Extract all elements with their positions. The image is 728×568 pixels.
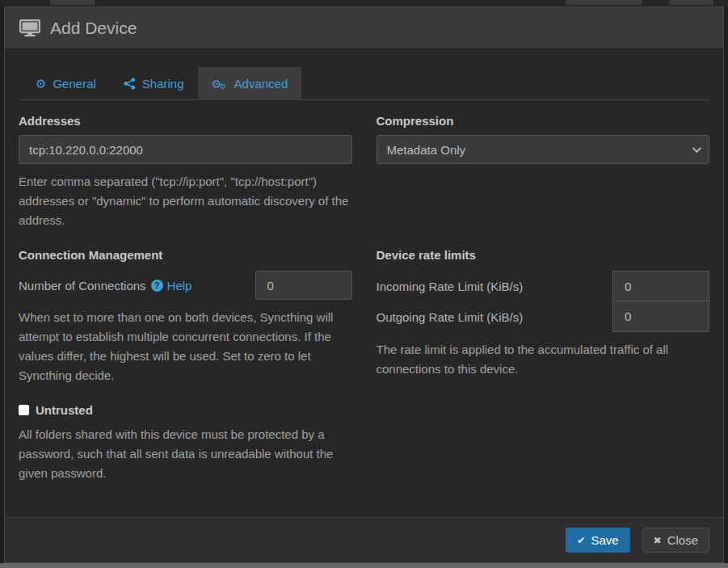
- gears-icon: ⚙ ⚙: [212, 78, 228, 90]
- chevron-down-icon: [692, 144, 701, 153]
- gear-icon: ⚙: [36, 78, 46, 90]
- background-page: [0, 0, 728, 6]
- check-icon: ✔: [577, 536, 585, 545]
- save-button-label: Save: [591, 533, 618, 547]
- num-connections-label-wrap: Number of Connections ? Help: [19, 279, 191, 292]
- num-connections-label: Number of Connections: [19, 279, 146, 292]
- x-icon: ✖: [654, 536, 662, 545]
- outgoing-rate-label: Outgoing Rate Limit (KiB/s): [377, 310, 524, 324]
- tab-advanced-label: Advanced: [234, 77, 288, 90]
- connection-management-heading: Connection Management: [19, 248, 352, 262]
- background-page-bottom: [0, 563, 728, 568]
- outgoing-rate-input[interactable]: [612, 301, 709, 332]
- background-remnant: [566, 0, 642, 5]
- rate-limits-section: Device rate limits Incoming Rate Limit (…: [377, 248, 710, 379]
- tab-sharing-label: Sharing: [142, 77, 184, 90]
- num-connections-row: Number of Connections ? Help: [19, 271, 352, 300]
- untrusted-label: Untrusted: [36, 403, 93, 417]
- compression-select[interactable]: Metadata Only: [377, 135, 710, 164]
- close-button-label: Close: [667, 533, 698, 547]
- untrusted-checkbox[interactable]: [19, 405, 29, 415]
- monitor-icon: [19, 19, 40, 37]
- close-button[interactable]: ✖ Close: [642, 528, 709, 553]
- outgoing-rate-row: Outgoing Rate Limit (KiB/s): [377, 301, 710, 332]
- dialog-footer: ✔ Save ✖ Close: [5, 517, 723, 562]
- rate-limits-heading: Device rate limits: [377, 248, 710, 262]
- incoming-rate-label: Incoming Rate Limit (KiB/s): [377, 280, 524, 293]
- add-device-dialog: Add Device ⚙ General Sharing ⚙: [4, 6, 724, 563]
- addresses-section: Addresses Enter comma separated ("tcp://…: [19, 114, 352, 230]
- num-connections-input[interactable]: [255, 271, 352, 300]
- compression-label: Compression: [377, 114, 710, 128]
- tab-advanced[interactable]: ⚙ ⚙ Advanced: [198, 67, 302, 100]
- connection-management-section: Connection Management Number of Connecti…: [19, 248, 352, 385]
- compression-section: Compression Metadata Only: [377, 114, 710, 164]
- tab-general[interactable]: ⚙ General: [22, 67, 110, 100]
- compression-selected-value: Metadata Only: [387, 143, 466, 157]
- untrusted-section: Untrusted All folders shared with this d…: [19, 403, 352, 483]
- help-link-label: Help: [167, 279, 192, 292]
- untrusted-row: Untrusted: [19, 403, 352, 417]
- addresses-label: Addresses: [19, 114, 352, 128]
- question-circle-icon: ?: [151, 280, 163, 292]
- share-icon: [124, 78, 136, 90]
- help-link[interactable]: ? Help: [151, 279, 192, 292]
- dialog-title: Add Device: [50, 19, 137, 38]
- save-button[interactable]: ✔ Save: [566, 528, 629, 553]
- background-remnant: [50, 0, 95, 5]
- dialog-header: Add Device: [5, 7, 723, 49]
- connection-management-help: When set to more than one on both device…: [19, 308, 352, 385]
- incoming-rate-input[interactable]: [612, 271, 709, 301]
- background-remnant: [669, 0, 713, 5]
- untrusted-help: All folders shared with this device must…: [19, 425, 352, 483]
- incoming-rate-row: Incoming Rate Limit (KiB/s): [377, 271, 710, 301]
- form-grid: Addresses Enter comma separated ("tcp://…: [19, 114, 709, 483]
- rate-limits-help: The rate limit is applied to the accumul…: [377, 340, 710, 379]
- tab-general-label: General: [53, 77, 95, 90]
- tab-sharing[interactable]: Sharing: [110, 67, 198, 100]
- addresses-input[interactable]: [19, 135, 352, 164]
- dialog-body: ⚙ General Sharing ⚙ ⚙ Advanced: [5, 49, 723, 517]
- addresses-help: Enter comma separated ("tcp://ip:port", …: [19, 172, 352, 230]
- tab-bar: ⚙ General Sharing ⚙ ⚙ Advanced: [19, 67, 709, 100]
